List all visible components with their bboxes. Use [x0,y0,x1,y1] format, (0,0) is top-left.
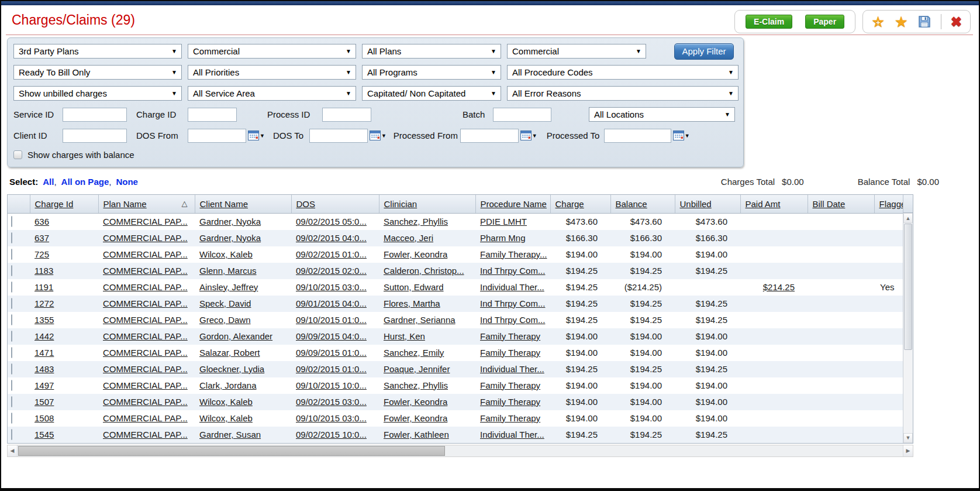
cell-charge-id[interactable]: 725 [30,246,98,263]
header-charge[interactable]: Charge [550,195,610,213]
apply-filter-button[interactable]: Apply Filter [674,43,734,60]
cell-dos[interactable]: 09/02/2015 02:0... [291,263,379,279]
cell-clinician[interactable]: Poaque, Jennifer [379,361,475,377]
cell-dos[interactable]: 09/02/2015 05:0... [291,213,379,230]
cell-charge-id[interactable]: 1545 [30,427,98,443]
header-flagged[interactable]: Flagged [874,195,903,213]
row-checkbox[interactable] [11,298,12,309]
cell-plan-name[interactable]: COMMERCIAL PAP... [98,230,195,246]
cell-client-name[interactable]: Gloeckner, Lydia [195,361,291,377]
cell-procedure-name[interactable]: PDIE LMHT [475,213,550,230]
cell-plan-name[interactable]: COMMERCIAL PAP... [98,312,195,328]
cell-paid-amt[interactable] [740,427,808,443]
cell-clinician[interactable]: Calderon, Christop... [379,263,475,279]
paper-button[interactable]: Paper [805,15,844,29]
cell-procedure-name[interactable]: Family Therapy... [475,246,550,263]
row-checkbox[interactable] [11,413,12,424]
cell-paid-amt[interactable] [740,213,808,230]
vertical-scrollbar[interactable]: ▲ ▼ [903,213,913,443]
scroll-left-icon[interactable]: ◀ [8,445,18,456]
cell-charge-id[interactable]: 1355 [30,312,98,328]
cell-client-name[interactable]: Glenn, Marcus [195,263,291,279]
show-charges-with-balance-checkbox[interactable] [13,150,22,159]
row-checkbox[interactable] [11,314,12,325]
row-checkbox[interactable] [11,249,12,260]
select-all-on-page-link[interactable]: All on Page [61,177,109,187]
cell-paid-amt[interactable]: $214.25 [740,279,808,296]
cell-charge-id[interactable]: 1483 [30,361,98,377]
row-checkbox[interactable] [11,281,12,293]
cell-plan-name[interactable]: COMMERCIAL PAP... [98,328,195,345]
row-checkbox[interactable] [11,265,12,276]
scroll-right-icon[interactable]: ▶ [903,445,913,456]
cell-paid-amt[interactable] [740,246,808,263]
cell-dos[interactable]: 09/10/2015 03:0... [291,410,379,427]
cell-clinician[interactable]: Flores, Martha [379,296,475,312]
error-reasons-dropdown[interactable]: All Error Reasons▼ [507,86,739,101]
plan-subcategory-dropdown[interactable]: Commercial▼ [507,44,646,59]
vertical-scrollbar-thumb[interactable] [904,224,912,350]
cell-procedure-name[interactable]: Family Therapy [475,410,550,427]
cell-charge-id[interactable]: 1442 [30,328,98,345]
cell-charge-id[interactable]: 1507 [30,394,98,410]
cell-clinician[interactable]: Sanchez, Emily [379,345,475,361]
cell-procedure-name[interactable]: Individual Ther... [475,279,550,296]
cell-client-name[interactable]: Gardner, Nyoka [195,230,291,246]
cell-procedure-name[interactable]: Individual Ther... [475,361,550,377]
cell-dos[interactable]: 09/02/2015 03:0... [291,394,379,410]
cell-clinician[interactable]: Sanchez, Phyllis [379,377,475,394]
cell-paid-amt[interactable] [740,312,808,328]
cell-dos[interactable]: 09/02/2015 01:0... [291,361,379,377]
row-checkbox[interactable] [11,331,12,342]
cell-plan-name[interactable]: COMMERCIAL PAP... [98,427,195,443]
row-checkbox[interactable] [11,380,12,391]
cell-paid-amt[interactable] [740,263,808,279]
charge-id-input[interactable] [188,108,237,122]
cell-plan-name[interactable]: COMMERCIAL PAP... [98,345,195,361]
row-checkbox[interactable] [11,232,12,243]
cell-paid-amt[interactable] [740,361,808,377]
header-charge-id[interactable]: Charge Id [30,195,98,213]
header-plan-name[interactable]: △Plan Name [98,195,195,213]
cell-plan-name[interactable]: COMMERCIAL PAP... [98,377,195,394]
cell-client-name[interactable]: Ainsley, Jeffrey [195,279,291,296]
cell-client-name[interactable]: Gordon, Alexander [195,328,291,345]
cell-clinician[interactable]: Sutton, Edward [379,279,475,296]
row-checkbox[interactable] [11,396,12,407]
header-procedure-name[interactable]: Procedure Name [475,195,550,213]
cell-plan-name[interactable]: COMMERCIAL PAP... [98,246,195,263]
header-clinician[interactable]: Clinician [379,195,475,213]
cell-client-name[interactable]: Wilcox, Kaleb [195,410,291,427]
scroll-up-icon[interactable]: ▲ [903,213,913,223]
cell-paid-amt[interactable] [740,296,808,312]
cell-dos[interactable]: 09/10/2015 01:0... [291,312,379,328]
row-checkbox[interactable] [11,363,12,375]
header-bill-date[interactable]: Bill Date [808,195,874,213]
cell-plan-name[interactable]: COMMERCIAL PAP... [98,410,195,427]
cell-procedure-name[interactable]: Family Therapy [475,377,550,394]
cell-procedure-name[interactable]: Ind Thrpy Com... [475,263,550,279]
dos-from-input[interactable] [188,129,246,143]
cell-plan-name[interactable]: COMMERCIAL PAP... [98,263,195,279]
cell-procedure-name[interactable]: Ind Thrpy Com... [475,312,550,328]
cell-dos[interactable]: 09/02/2015 04:0... [291,230,379,246]
cell-charge-id[interactable]: 637 [30,230,98,246]
add-favorite-icon[interactable]: ★+ [871,14,885,29]
header-dos[interactable]: DOS [291,195,379,213]
processed-from-calendar-icon[interactable]: ▼ [520,131,537,140]
cell-dos[interactable]: 09/01/2015 04:0... [291,296,379,312]
cell-client-name[interactable]: Gardner, Nyoka [195,213,291,230]
row-checkbox[interactable] [11,347,12,358]
dos-to-input[interactable] [309,129,368,143]
process-id-input[interactable] [322,108,371,122]
cell-plan-name[interactable]: COMMERCIAL PAP... [98,213,195,230]
cell-dos[interactable]: 09/09/2015 04:0... [291,328,379,345]
processed-to-calendar-icon[interactable]: ▼ [673,131,690,140]
cell-plan-name[interactable]: COMMERCIAL PAP... [98,394,195,410]
cell-procedure-name[interactable]: Family Therapy [475,345,550,361]
select-none-link[interactable]: None [116,177,138,187]
service-area-dropdown[interactable]: All Service Area▼ [188,86,356,101]
cell-client-name[interactable]: Salazar, Robert [195,345,291,361]
cell-procedure-name[interactable]: Pharm Mng [475,230,550,246]
cell-dos[interactable]: 09/02/2015 10:0... [291,427,379,443]
